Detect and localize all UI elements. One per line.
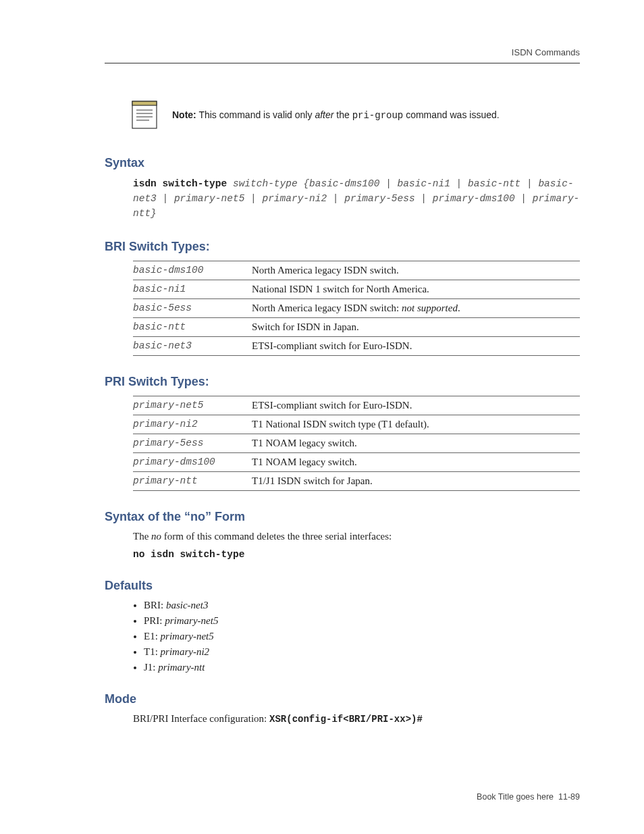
syntax-block: isdn switch-type switch-type {basic-dms1… [133,177,580,221]
table-row: primary-5ess T1 NOAM legacy switch. [133,434,580,453]
param-desc: North America legacy ISDN switch: not su… [252,299,580,318]
param-code: primary-ni2 [133,415,252,434]
param-code: basic-ntt [133,318,252,337]
note-text: Note: This command is valid only after t… [172,109,500,121]
table-row: basic-ni1 National ISDN 1 switch for Nor… [133,280,580,299]
note-pre: This command is valid only [196,109,315,120]
param-desc: National ISDN 1 switch for North America… [252,280,580,299]
noform-command: no isdn switch-type [133,549,580,560]
param-code: primary-dms100 [133,453,252,472]
syntax-heading: Syntax [105,156,580,170]
mode-heading: Mode [105,692,580,706]
param-desc: North America legacy ISDN switch. [252,261,580,280]
list-item: E1: primary-net5 [144,631,580,642]
syntax-cmd: isdn switch-type [133,178,233,189]
param-desc: T1 National ISDN switch type (T1 default… [252,415,580,434]
note-block: Note: This command is valid only after t… [132,101,580,129]
param-code: primary-net5 [133,396,252,415]
param-code: basic-ni1 [133,280,252,299]
noform-heading: Syntax of the “no” Form [105,510,580,524]
bri-heading: BRI Switch Types: [105,240,580,254]
table-row: basic-5ess North America legacy ISDN swi… [133,299,580,318]
note-label: Note: [172,109,196,120]
defaults-list: BRI: basic-net3 PRI: primary-net5 E1: pr… [144,600,580,673]
note-icon [132,101,157,129]
param-code: primary-ntt [133,472,252,491]
table-row: primary-net5 ETSI-compliant switch for E… [133,396,580,415]
table-row: primary-ni2 T1 National ISDN switch type… [133,415,580,434]
param-desc: T1/J1 ISDN switch for Japan. [252,472,580,491]
defaults-heading: Defaults [105,579,580,593]
table-row: primary-dms100 T1 NOAM legacy switch. [133,453,580,472]
list-item: J1: primary-ntt [144,662,580,673]
list-item: T1: primary-ni2 [144,646,580,658]
param-code: basic-5ess [133,299,252,318]
footer-page: 11-89 [558,792,580,802]
mode-text: BRI/PRI Interface configuration: XSR(con… [133,713,580,725]
param-desc: T1 NOAM legacy switch. [252,434,580,453]
pri-heading: PRI Switch Types: [105,375,580,389]
param-code: basic-dms100 [133,261,252,280]
header-category: ISDN Commands [512,47,580,57]
list-item: PRI: primary-net5 [144,615,580,627]
page: ISDN Commands Note: This command is vali… [0,0,644,834]
list-item: BRI: basic-net3 [144,600,580,611]
param-code: basic-net3 [133,337,252,356]
param-desc: T1 NOAM legacy switch. [252,453,580,472]
svg-rect-1 [132,101,157,105]
param-desc: ETSI-compliant switch for Euro-ISDN. [252,396,580,415]
table-row: basic-net3 ETSI-compliant switch for Eur… [133,337,580,356]
table-row: basic-ntt Switch for ISDN in Japan. [133,318,580,337]
footer-title: Book Title goes here [477,792,554,802]
param-code: primary-5ess [133,434,252,453]
page-header: ISDN Commands [105,47,580,63]
note-post: command was issued. [403,109,499,120]
table-row: basic-dms100 North America legacy ISDN s… [133,261,580,280]
bri-table: basic-dms100 North America legacy ISDN s… [133,261,580,356]
pri-table: primary-net5 ETSI-compliant switch for E… [133,396,580,491]
table-row: primary-ntt T1/J1 ISDN switch for Japan. [133,472,580,491]
page-footer: Book Title goes here 11-89 [105,792,580,802]
noform-text: The no form of this command deletes the … [133,531,580,542]
param-desc: ETSI-compliant switch for Euro-ISDN. [252,337,580,356]
note-ital: after [315,109,333,120]
param-desc: Switch for ISDN in Japan. [252,318,580,337]
note-mono: pri-group [352,110,404,121]
note-mid: the [333,109,352,120]
